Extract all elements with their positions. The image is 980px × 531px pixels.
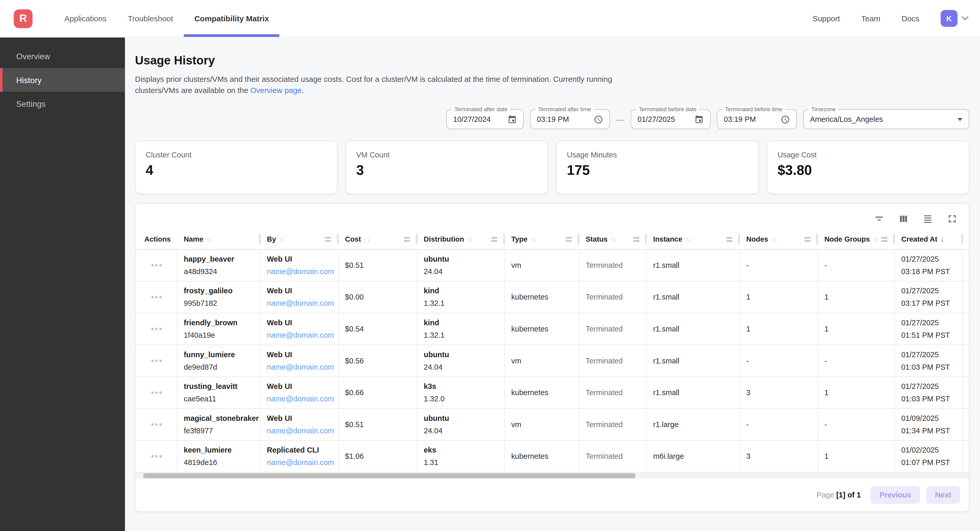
column-header-by[interactable]: By↑↓ [261,228,339,249]
column-separator[interactable] [961,233,963,245]
row-actions-icon[interactable] [151,360,162,362]
replicated-logo[interactable]: R [14,9,32,28]
column-header-nodes[interactable]: Nodes↑↓ [740,228,818,249]
row-actions-icon[interactable] [151,423,162,426]
by-email-link[interactable]: name@domain.com [267,361,338,373]
column-menu-icon[interactable] [491,237,498,242]
column-menu-icon[interactable] [633,237,639,242]
column-header-created-at[interactable]: Created At↓ [895,228,963,249]
by-email-link[interactable]: name@domain.com [267,297,338,310]
scrollbar-thumb[interactable] [143,473,636,478]
tab-compatibility-matrix[interactable]: Compatibility Matrix [184,0,280,37]
row-actions-cell[interactable] [135,313,177,344]
column-separator[interactable] [259,233,261,245]
nodes-value: 3 [746,450,818,463]
row-actions-icon[interactable] [151,392,162,394]
sort-desc-icon[interactable]: ↓ [940,234,944,243]
sort-icon[interactable]: ↑↓ [685,235,690,243]
user-menu[interactable]: K [941,10,967,27]
column-header-type[interactable]: Type↑↓ [505,228,579,249]
row-actions-icon[interactable] [151,296,162,298]
column-separator[interactable] [645,233,647,245]
column-menu-icon[interactable] [325,237,331,242]
column-header-distribution[interactable]: Distribution↑↓ [417,228,505,249]
filter-icon[interactable] [873,213,884,224]
column-header-name[interactable]: Name↑↓ [177,228,261,249]
column-menu-icon[interactable] [881,237,888,242]
sort-icon[interactable]: ↑↓ [873,235,878,243]
next-button[interactable]: Next [926,486,960,504]
sort-icon[interactable]: ↑↓ [611,235,616,243]
link-support[interactable]: Support [813,14,840,23]
by-email-link[interactable]: name@domain.com [267,393,338,405]
row-actions-cell[interactable] [135,250,177,281]
type-value: vm [511,418,579,431]
column-separator[interactable] [578,233,579,245]
sidebar-item-overview[interactable]: Overview [0,44,125,68]
column-menu-icon[interactable] [726,237,732,242]
overview-page-link[interactable]: Overview page [250,86,302,95]
sort-icon[interactable]: ↑↓ [279,235,284,243]
terminated-before-time-field[interactable]: Terminated before time 03:19 PM [717,109,797,129]
column-menu-icon[interactable] [404,237,410,242]
calendar-icon[interactable] [508,114,517,124]
terminated-before-date-field[interactable]: Terminated before date 01/27/2025 [631,109,711,129]
column-separator[interactable] [503,233,505,245]
column-separator[interactable] [337,233,339,245]
clock-icon[interactable] [594,114,603,124]
terminated-after-date-field[interactable]: Terminated after date 10/27/2024 [446,109,524,129]
column-separator[interactable] [415,233,417,245]
row-actions-icon[interactable] [151,328,162,330]
by-cell: Web UIname@domain.com [261,377,339,408]
link-team[interactable]: Team [861,14,880,23]
table-footer: Page [1] of 1 Previous Next [135,479,969,511]
sort-icon[interactable]: ↑↓ [207,235,212,243]
terminated-after-time-field[interactable]: Terminated after time 03:19 PM [530,109,610,129]
distribution-name: kind [424,316,504,329]
by-email-link[interactable]: name@domain.com [267,265,338,278]
sort-icon[interactable]: ↑↓ [467,235,473,243]
distribution-version: 1.32.1 [424,297,504,310]
columns-icon[interactable] [898,213,909,224]
calendar-icon[interactable] [694,114,704,124]
sort-icon[interactable]: ↑↓ [364,235,369,243]
node-groups-value: 1 [824,386,894,399]
row-actions-cell[interactable] [135,377,177,408]
avatar[interactable]: K [941,10,958,27]
column-header-status[interactable]: Status↑↓ [579,228,647,249]
column-menu-icon[interactable] [566,237,572,242]
column-separator[interactable] [738,233,740,245]
tab-troubleshoot[interactable]: Troubleshoot [117,0,184,37]
column-header-instance[interactable]: Instance↑↓ [647,228,740,249]
row-actions-icon[interactable] [151,455,162,458]
by-email-link[interactable]: name@domain.com [267,329,338,341]
timezone-select[interactable]: Timezone America/Los_Angeles [803,109,969,129]
density-icon[interactable] [923,213,933,224]
column-separator[interactable] [893,233,895,245]
column-menu-icon[interactable] [805,237,811,242]
row-actions-cell[interactable] [135,345,177,376]
row-actions-cell[interactable] [135,409,177,440]
column-header-node-groups[interactable]: Node Groups↑↓ [818,228,895,249]
row-actions-icon[interactable] [151,264,162,266]
node-groups-value: - [824,418,894,431]
tab-applications[interactable]: Applications [54,0,117,37]
by-email-link[interactable]: name@domain.com [267,425,338,437]
column-separator[interactable] [816,233,818,245]
column-header-cost[interactable]: Cost↑↓ [339,228,417,249]
by-email-link[interactable]: name@domain.com [267,457,338,469]
sort-icon[interactable]: ↑↓ [531,235,536,243]
row-actions-cell[interactable] [135,282,177,313]
nodes-value: 1 [746,323,818,335]
sidebar-item-settings[interactable]: Settings [0,92,125,115]
row-actions-cell[interactable] [135,441,177,472]
previous-button[interactable]: Previous [871,486,920,504]
sort-icon[interactable]: ↑↓ [772,235,776,243]
link-docs[interactable]: Docs [902,14,919,23]
horizontal-scrollbar[interactable] [135,472,969,479]
by-source: Web UI [267,349,338,361]
sidebar-item-history[interactable]: History [0,68,125,92]
fullscreen-icon[interactable] [947,213,958,224]
clock-icon[interactable] [781,114,790,124]
cost-value: $0.56 [345,355,417,367]
